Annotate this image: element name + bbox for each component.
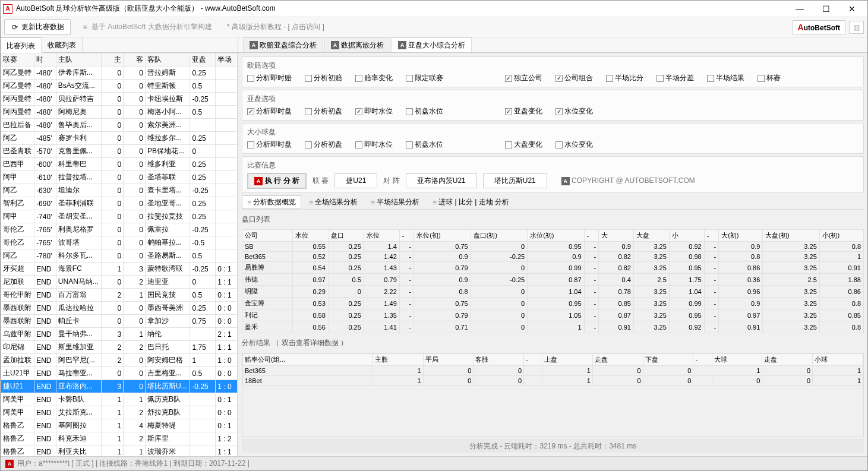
sub-tab[interactable]: ≡分析数据概览 (242, 195, 301, 209)
main-tab[interactable]: A数据离散分析 (324, 37, 390, 52)
odds-row[interactable]: SB0.550.251.4-0.7500.95-0.93.250.92-0.93… (242, 242, 864, 252)
checkbox-option[interactable]: 初盘水位 (406, 106, 443, 116)
odds-col-header[interactable]: 盘口(初) (471, 230, 527, 242)
checkbox-option[interactable]: ✓即时水位 (355, 106, 393, 116)
match-row[interactable]: 乌兹甲附END曼干纳弗...31纳伦2 : 1 (1, 328, 238, 341)
match-row[interactable]: 墨西联附END瓜达拉哈拉00墨西哥美洲0.250 : 0 (1, 302, 238, 315)
match-row[interactable]: 智利乙-690'圣菲利浦联00圣地亚哥...0.25 (1, 197, 238, 210)
checkbox-option[interactable]: 赔率变化 (355, 73, 393, 83)
odds-row[interactable]: 伟德0.970.50.79-0.9-0.250.87-0.42.51.75-0.… (242, 274, 864, 286)
result-col-header[interactable]: 上盘 (542, 354, 593, 366)
match-row[interactable]: 阿美甲END卡磐B队11佩历克B队0 : 1 (1, 393, 238, 406)
match-row[interactable]: 阿乙曼特-480'伊希库斯...00晋拉姆斯0.25 (1, 67, 238, 80)
result-col-header[interactable]: 大球 (712, 354, 762, 366)
odds-table[interactable]: 公司水位盘口水位-水位(初)盘口(初)水位(初)-大大盘小-大(初)大盘(初)小… (242, 229, 864, 333)
checkbox-option[interactable]: 半场比分 (606, 73, 643, 83)
match-row[interactable]: 印尼锦END斯里维加亚22巴日托1.751 : 1 (1, 341, 238, 354)
checkbox-option[interactable]: 初盘水位 (406, 140, 443, 150)
odds-col-header[interactable]: 水位 (364, 230, 399, 242)
match-row[interactable]: 格鲁乙END利亚夫比11波瑞乔米1 : 1 (1, 445, 238, 457)
checkbox-option[interactable]: 即时水位 (355, 140, 393, 150)
match-row[interactable]: 孟加拉联END阿巴罕尼(...20阿安姆巴格11 : 0 (1, 354, 238, 367)
checkbox-option[interactable]: ✓亚盘变化 (505, 106, 542, 116)
main-tab[interactable]: A亚盘大小综合分析 (392, 37, 472, 52)
result-col-header[interactable]: 走盘 (762, 354, 813, 366)
checkbox-option[interactable]: 水位变化 (555, 140, 593, 150)
match-table[interactable]: 联赛时主队主客客队亚盘半场 阿乙曼特-480'伊希库斯...00晋拉姆斯0.25… (1, 53, 238, 456)
result-row[interactable]: 18Bet100100001 (243, 376, 863, 386)
odds-col-header[interactable]: 小 (669, 230, 704, 242)
result-col-header[interactable]: - (693, 354, 712, 366)
match-row[interactable]: 牙买超END海景FC13蒙特歌湾联-0.250 : 1 (1, 263, 238, 276)
odds-row[interactable]: 明陞0.2902.22-0.801.04-0.783.251.04-0.963.… (242, 286, 864, 298)
odds-col-header[interactable]: 大(初) (719, 230, 763, 242)
result-row[interactable]: Bet365100100101 (243, 366, 863, 376)
checkbox-option[interactable]: ✓公司组合 (555, 73, 593, 83)
match-row[interactable]: 哥伦乙-765'利奥尼格罗00佩雷拉-0.25 (1, 223, 238, 236)
match-row[interactable]: 哥伦甲附END百万富翁21国民竞技0.50 : 1 (1, 289, 238, 302)
odds-col-header[interactable]: - (704, 230, 719, 242)
result-col-header[interactable]: 主胜 (373, 354, 423, 366)
match-col-header[interactable]: 主队 (56, 53, 102, 67)
odds-col-header[interactable]: - (584, 230, 599, 242)
odds-col-header[interactable]: 大 (599, 230, 634, 242)
checkbox-option[interactable]: 半场结果 (707, 73, 744, 83)
odds-col-header[interactable]: 水位 (292, 230, 328, 242)
refresh-button[interactable]: ⟳更新比赛数据 (4, 19, 71, 35)
checkbox-option[interactable]: 分析初赔 (305, 73, 342, 83)
match-row[interactable]: 巴拉后备-480'鲁毕奥后...00索尔美洲... (1, 119, 238, 132)
match-col-header[interactable]: 半场 (216, 53, 238, 67)
match-row[interactable]: 阿丙曼特-480'贝拉萨特吉00卡纽埃拉斯-0.25 (1, 93, 238, 106)
odds-row[interactable]: 金宝博0.530.251.49-0.7500.95-0.853.250.99-0… (242, 298, 864, 309)
checkbox-option[interactable]: 大盘变化 (505, 140, 542, 150)
tab-match-list[interactable]: 比赛列表 (1, 37, 42, 53)
odds-row[interactable]: Bet3650.520.251.42-0.9-0.250.9-0.823.250… (242, 252, 864, 262)
match-row[interactable]: 阿乙-630'坦迪尔00查卡里塔...-0.25 (1, 184, 238, 197)
odds-col-header[interactable]: 大盘 (633, 230, 669, 242)
match-row[interactable]: 阿乙曼特-480'BsAs交流...00特里斯顿0.5 (1, 80, 238, 93)
main-tab[interactable]: A欧赔亚盘综合分析 (243, 37, 323, 52)
sub-tab[interactable]: ≡进球 | 比分 | 走地 分析 (427, 195, 515, 209)
sub-tab[interactable]: ≡全场结果分析 (304, 195, 363, 209)
match-row[interactable]: 阿丙曼特-480'阿梅尼奥00梅洛小阿...0.5 (1, 106, 238, 119)
result-col-header[interactable]: 赔率公司(组... (243, 354, 373, 366)
match-row[interactable]: 阿美甲END艾拉斯克...12舒拉克B队0 : 0 (1, 406, 238, 419)
analyze-button[interactable]: A执 行 分 析 (247, 173, 307, 189)
result-col-header[interactable]: 下盘 (643, 354, 693, 366)
match-row[interactable]: 格鲁乙END基阿图拉14梅夏特堤0 : 1 (1, 419, 238, 432)
result-col-header[interactable]: 客胜 (474, 354, 524, 366)
match-row[interactable]: 阿甲-610'拉普拉塔...00圣塔菲联0.25 (1, 171, 238, 184)
odds-col-header[interactable]: - (399, 230, 414, 242)
max-button[interactable]: ☐ (813, 1, 839, 17)
match-col-header[interactable]: 时 (34, 53, 56, 67)
match-row[interactable]: 墨西联附END帕丘卡00拿加沙0.750 : 0 (1, 315, 238, 328)
match-col-header[interactable]: 客队 (145, 53, 190, 67)
match-col-header[interactable]: 客 (124, 53, 146, 67)
sub-tab[interactable]: ≡半场结果分析 (365, 195, 425, 209)
odds-row[interactable]: 易胜博0.540.251.43-0.7900.99-0.823.250.95-0… (242, 262, 864, 274)
checkbox-option[interactable]: 分析即时赔 (247, 73, 292, 83)
match-row[interactable]: 阿乙-485'赛罗卡利00维拉多尔...0.25 (1, 132, 238, 145)
odds-row[interactable]: 利记0.580.251.35-0.7901.05-0.873.250.95-0.… (242, 309, 864, 321)
checkbox-option[interactable]: 杯赛 (757, 73, 781, 83)
close-button[interactable]: ✕ (839, 1, 865, 17)
match-col-header[interactable]: 亚盘 (190, 53, 216, 67)
checkbox-option[interactable]: 限定联赛 (406, 73, 443, 83)
odds-col-header[interactable]: 公司 (242, 230, 293, 242)
result-col-header[interactable]: 走盘 (592, 354, 643, 366)
odds-col-header[interactable]: 水位(初) (414, 230, 471, 242)
result-col-header[interactable]: 平局 (423, 354, 474, 366)
checkbox-option[interactable]: 半场分差 (656, 73, 694, 83)
match-row[interactable]: 捷U21END亚布洛内...30塔比历斯U...-0.251 : 0 (1, 380, 238, 393)
odds-col-header[interactable]: 小(初) (819, 230, 863, 242)
checkbox-option[interactable]: ✓水位变化 (555, 106, 593, 116)
match-row[interactable]: 巴圣青联-570'克鲁里佩...00PB保地花...0 (1, 145, 238, 158)
min-button[interactable]: — (787, 1, 813, 17)
match-row[interactable]: 格鲁乙END科克禾迪12斯库里1 : 2 (1, 432, 238, 445)
odds-col-header[interactable]: 盘口 (328, 230, 364, 242)
match-row[interactable]: 巴西甲-600'科里蒂巴00维多利亚0.25 (1, 158, 238, 171)
result-table[interactable]: 赔率公司(组...主胜平局客胜-上盘走盘下盘-大球走盘小球 Bet3651001… (242, 353, 863, 386)
odds-row[interactable]: 盈禾0.560.251.41-0.7101-0.913.250.92-0.913… (242, 321, 864, 333)
match-row[interactable]: 尼加联ENDUNAN马纳...02迪里亚01 : 1 (1, 276, 238, 289)
checkbox-option[interactable]: ✓分析即时盘 (247, 106, 292, 116)
